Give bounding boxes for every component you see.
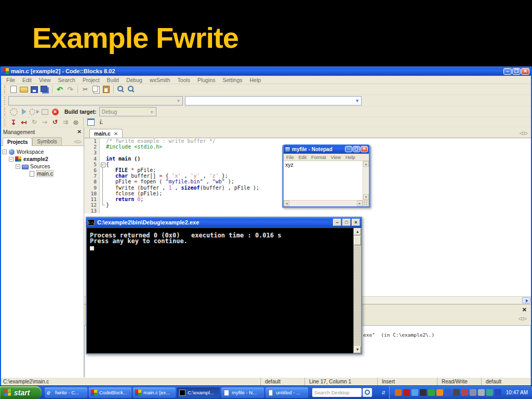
taskbar-item[interactable]: CodeBlock...: [89, 388, 131, 398]
tab-symbols[interactable]: Symbols: [32, 137, 61, 145]
toolbar-icon[interactable]: [86, 118, 96, 127]
toolbar-icon[interactable]: [19, 118, 29, 127]
notepad-horizontal-scrollbar[interactable]: ◄ ►: [284, 200, 363, 206]
notepad-menu-item[interactable]: File: [286, 155, 294, 160]
scroll-left-icon[interactable]: ◄: [284, 201, 289, 206]
toolbar-grip[interactable]: [4, 85, 6, 94]
console-minimize-button[interactable]: –: [333, 219, 341, 226]
toolbar-icon[interactable]: [39, 118, 50, 127]
scroll-down-icon[interactable]: ▼: [363, 194, 369, 200]
tray-icon[interactable]: [428, 389, 435, 396]
menu-item[interactable]: Help: [249, 77, 261, 83]
toolbar-icon[interactable]: [90, 85, 101, 94]
toolbar-icon[interactable]: [116, 85, 126, 94]
menu-item[interactable]: View: [39, 77, 51, 83]
console-maximize-button[interactable]: □: [342, 219, 351, 226]
tree-item-label[interactable]: example2: [23, 156, 48, 162]
tray-icon[interactable]: [453, 389, 460, 396]
tree-item-label[interactable]: main.c: [37, 170, 53, 177]
toolbar-icon[interactable]: [8, 118, 19, 127]
logs-close-icon[interactable]: ✕: [522, 307, 527, 313]
menu-item[interactable]: wxSmith: [150, 77, 170, 83]
build-target-combo[interactable]: Debug ▾: [99, 107, 156, 116]
toolbar-icon[interactable]: [8, 108, 19, 116]
tree-item[interactable]: − Workspace: [2, 148, 83, 155]
scroll-up-icon[interactable]: ▲: [354, 228, 361, 235]
taskbar-item[interactable]: untitled - ...: [265, 388, 308, 398]
toolbar-icon[interactable]: [96, 118, 107, 127]
console-scrollbar[interactable]: ▲ ▼: [353, 228, 361, 353]
toolbar-icon[interactable]: [60, 118, 71, 127]
taskbar-item[interactable]: C:\exampl...: [177, 388, 220, 398]
toolbar-icon[interactable]: [8, 85, 19, 94]
menu-item[interactable]: Debug: [126, 77, 142, 83]
menu-item[interactable]: Edit: [22, 77, 32, 83]
toolbar-grip[interactable]: [4, 96, 6, 105]
notepad-maximize-button[interactable]: ▢: [353, 146, 360, 152]
start-button[interactable]: start: [0, 386, 42, 399]
menu-item[interactable]: Project: [83, 77, 100, 83]
menu-item[interactable]: Search: [58, 77, 75, 83]
tray-icon[interactable]: [478, 389, 485, 396]
tree-item-label[interactable]: Workspace: [17, 149, 44, 155]
toolbar-icon[interactable]: [29, 85, 39, 94]
console-titlebar[interactable]: C:\ C:\example2\bin\Debug\example2.exe –…: [86, 217, 362, 228]
tab-close-icon[interactable]: ✕: [114, 131, 118, 137]
tree-item[interactable]: − example2: [2, 155, 83, 163]
search-desktop-input[interactable]: Search Desktop: [312, 388, 362, 397]
console-output[interactable]: Process returned 0 (0x0) execution time …: [86, 228, 362, 354]
toolbar-icon[interactable]: [29, 118, 39, 127]
toolbar-icon[interactable]: [19, 85, 29, 94]
notepad-menu-item[interactable]: Help: [345, 155, 355, 160]
tree-item[interactable]: − main.c: [2, 170, 83, 177]
console-close-button[interactable]: ×: [352, 219, 360, 226]
toolbar-icon[interactable]: [71, 118, 81, 127]
minimize-button[interactable]: –: [503, 68, 512, 75]
tray-icon[interactable]: [461, 389, 468, 396]
tree-item-label[interactable]: Sources: [30, 163, 50, 169]
toolbar-icon[interactable]: [19, 108, 29, 116]
deskbar-options-icon[interactable]: ⇵: [379, 389, 388, 397]
scrollbar-thumb[interactable]: [354, 236, 361, 245]
toolbar-grip[interactable]: [4, 118, 6, 126]
taskbar-item[interactable]: myfile - N...: [221, 388, 264, 398]
code-completion-symbol-combo[interactable]: ▾: [185, 96, 362, 105]
scroll-right-icon[interactable]: ►: [357, 201, 363, 206]
tree-expand-icon[interactable]: −: [2, 150, 7, 154]
toolbar-icon[interactable]: [80, 85, 90, 94]
notepad-menu-item[interactable]: View: [331, 155, 341, 160]
menu-item[interactable]: Build: [107, 77, 119, 83]
notepad-textarea[interactable]: xyz ▲ ▼ ◄ ►: [284, 161, 369, 206]
resize-grip[interactable]: [363, 200, 369, 206]
code-completion-scope-combo[interactable]: ▾: [8, 96, 183, 105]
scroll-up-icon[interactable]: ▲: [363, 161, 369, 167]
close-button[interactable]: ✕: [521, 68, 529, 75]
menu-item[interactable]: Plugins: [197, 77, 215, 83]
menu-item[interactable]: Settings: [223, 77, 243, 83]
tree-expand-icon[interactable]: −: [9, 157, 14, 162]
toolbar-icon[interactable]: [55, 85, 65, 94]
menu-item[interactable]: Tools: [178, 77, 191, 83]
menu-item[interactable]: File: [6, 77, 15, 83]
toolbar-icon[interactable]: [50, 118, 60, 127]
codeblocks-titlebar[interactable]: main.c [example2] - Code::Blocks 8.02 – …: [1, 66, 531, 76]
toolbar-icon[interactable]: [39, 85, 50, 94]
tray-icon[interactable]: [420, 389, 427, 396]
toolbar-icon[interactable]: [126, 85, 137, 94]
editor-tab-mainc[interactable]: main.c ✕: [89, 129, 123, 138]
fold-margin[interactable]: [100, 162, 106, 167]
tray-icon[interactable]: [495, 389, 501, 396]
notepad-vertical-scrollbar[interactable]: ▲ ▼: [363, 161, 369, 200]
notepad-minimize-button[interactable]: –: [345, 146, 352, 152]
tab-scroll-arrows-icon[interactable]: ◁ ▷: [74, 139, 84, 145]
toolbar-grip[interactable]: [4, 108, 6, 116]
notepad-content[interactable]: xyz: [285, 162, 294, 168]
toolbar-icon[interactable]: [50, 108, 60, 116]
logs-nav-icon[interactable]: ◁ ▷: [518, 316, 527, 321]
tray-icon[interactable]: [436, 389, 443, 396]
code-line[interactable]: 13: [84, 208, 531, 214]
management-close-icon[interactable]: ✕: [77, 129, 82, 135]
tray-icon[interactable]: [470, 389, 476, 396]
notepad-menu-item[interactable]: Edit: [299, 155, 307, 160]
tree-item[interactable]: − Sources: [2, 163, 83, 170]
